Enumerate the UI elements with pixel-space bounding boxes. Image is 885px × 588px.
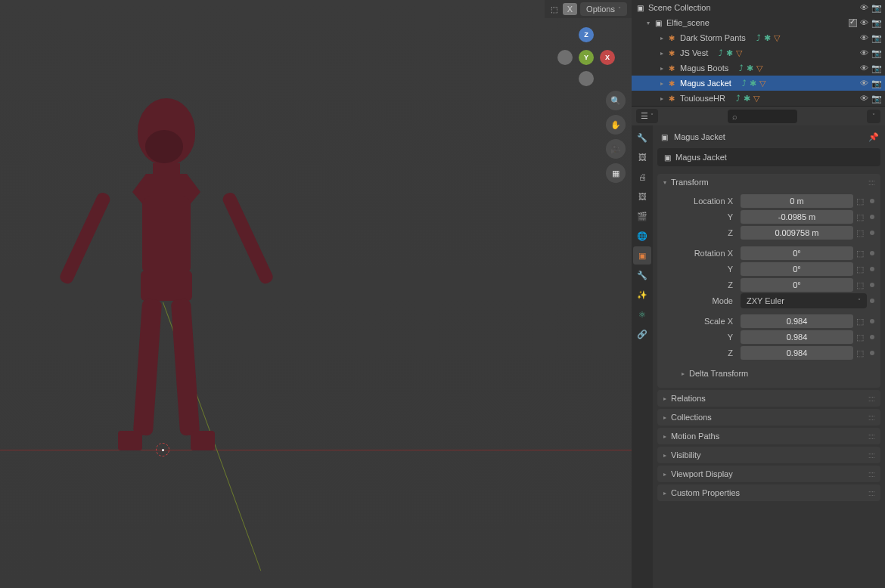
camera-button[interactable]: 🎥 <box>606 139 626 159</box>
viewport-3d[interactable]: ⬚ X Options ˅ Z Y X 🔍 ✋ 🎥 ▦ <box>0 0 632 588</box>
panel-header-custom-properties[interactable]: ▸ Custom Properties :::: <box>657 484 880 501</box>
disclosure-icon[interactable]: ▸ <box>660 95 663 102</box>
camera-icon[interactable]: 📷 <box>871 18 882 28</box>
disclosure-icon[interactable]: ▸ <box>660 50 663 57</box>
modifier-icon: ✱ <box>750 79 756 88</box>
camera-icon[interactable]: 📷 <box>871 33 882 43</box>
select-icon[interactable]: ⬚ <box>549 4 560 14</box>
options-dropdown[interactable]: Options ˅ <box>580 2 627 16</box>
character-mesh[interactable] <box>91 98 242 453</box>
lock-icon[interactable]: ⬚ <box>856 265 867 274</box>
keyframe-dot[interactable] <box>870 199 874 203</box>
lock-icon[interactable]: ⬚ <box>856 228 867 238</box>
keyframe-dot[interactable] <box>870 351 874 355</box>
rotation-z-field[interactable]: 0° <box>741 278 853 292</box>
navigation-gizmo[interactable]: Z Y X <box>556 27 616 88</box>
camera-icon[interactable]: 📷 <box>871 94 882 104</box>
panel-header-relations[interactable]: ▸ Relations :::: <box>657 390 880 407</box>
keyframe-dot[interactable] <box>870 283 874 287</box>
location-y-field[interactable]: -0.0985 m <box>741 210 853 224</box>
rotation-x-field[interactable]: 0° <box>741 246 853 260</box>
eye-icon[interactable]: 👁 <box>860 79 868 88</box>
editor-type-dropdown[interactable]: ☰ ˅ <box>636 109 658 123</box>
disclosure-icon[interactable]: ▸ <box>660 65 663 72</box>
disclosure-icon[interactable]: ▾ <box>647 20 650 26</box>
lock-icon[interactable]: ⬚ <box>856 212 867 222</box>
lock-icon[interactable]: ⬚ <box>856 249 867 258</box>
keyframe-dot[interactable] <box>870 267 874 271</box>
axis-x[interactable]: X <box>600 50 615 65</box>
lock-icon[interactable]: ⬚ <box>856 333 867 342</box>
scale-z-field[interactable]: 0.984 <box>741 346 853 360</box>
tab-view-layer[interactable]: 🖼 <box>633 187 651 206</box>
camera-icon[interactable]: 📷 <box>871 63 882 73</box>
outliner[interactable]: ▣ Scene Collection 👁 📷 ▾ ▣ Elfie_scene 👁… <box>632 0 885 106</box>
axis-z[interactable]: Z <box>579 27 594 42</box>
location-x-field[interactable]: 0 m <box>741 194 853 208</box>
rotation-y-field[interactable]: 0° <box>741 262 853 276</box>
pin-icon[interactable]: 📌 <box>868 132 879 142</box>
outliner-row-item-selected[interactable]: ▸ ✱ Magus Jacket ⤴ ✱ ▽ 👁 📷 <box>632 76 885 91</box>
panel-header-transform[interactable]: ▾ Transform :::: <box>657 174 880 190</box>
keyframe-dot[interactable] <box>870 215 874 219</box>
pan-button[interactable]: ✋ <box>606 115 626 135</box>
axis-neg-z[interactable] <box>579 71 594 86</box>
tab-tool[interactable]: 🔧 <box>633 128 651 147</box>
outliner-row-item[interactable]: ▸ ✱ ToulouseHR ⤴ ✱ ▽ 👁 📷 <box>632 91 885 106</box>
tab-particles[interactable]: ✨ <box>633 286 651 304</box>
panel-delta-transform[interactable]: ▸ Delta Transform <box>663 361 874 382</box>
tab-object[interactable]: ▣ <box>633 246 651 265</box>
scale-x-field[interactable]: 0.984 <box>741 314 853 328</box>
eye-icon[interactable]: 👁 <box>860 63 868 73</box>
camera-icon[interactable]: 📷 <box>871 48 882 58</box>
tab-world[interactable]: 🌐 <box>633 227 651 245</box>
lock-icon[interactable]: ⬚ <box>856 317 867 326</box>
exclude-checkbox[interactable] <box>849 19 857 27</box>
outliner-row-scene-collection[interactable]: ▣ Scene Collection 👁 📷 <box>632 0 885 15</box>
lock-icon[interactable]: ⬚ <box>856 280 867 290</box>
lock-icon[interactable]: ⬚ <box>856 197 867 206</box>
keyframe-dot[interactable] <box>870 231 874 235</box>
eye-icon[interactable]: 👁 <box>860 48 868 57</box>
eye-icon[interactable]: 👁 <box>860 94 868 103</box>
perspective-button[interactable]: ▦ <box>606 163 626 183</box>
camera-icon[interactable]: 📷 <box>871 3 882 13</box>
panel-header-visibility[interactable]: ▸ Visibility :::: <box>657 447 880 463</box>
keyframe-dot[interactable] <box>870 299 874 303</box>
filter-button[interactable]: ˅ <box>867 110 880 123</box>
zoom-button[interactable]: 🔍 <box>606 91 626 110</box>
panel-header-collections[interactable]: ▸ Collections :::: <box>657 409 880 426</box>
disclosure-icon[interactable]: ▸ <box>660 80 663 87</box>
eye-icon[interactable]: 👁 <box>860 18 868 27</box>
properties-search[interactable]: ⌕ <box>728 110 797 123</box>
gizmo-toggle-x[interactable]: X <box>563 3 577 15</box>
outliner-row-scene[interactable]: ▾ ▣ Elfie_scene 👁 📷 <box>632 15 885 30</box>
eye-icon[interactable]: 👁 <box>860 33 868 42</box>
panel-header-viewport-display[interactable]: ▸ Viewport Display :::: <box>657 466 880 482</box>
keyframe-dot[interactable] <box>870 319 874 323</box>
prop-row-scale-z: Z 0.984 ⬚ <box>663 345 874 361</box>
disclosure-icon[interactable]: ▸ <box>660 35 663 42</box>
outliner-row-item[interactable]: ▸ ✱ Dark Storm Pants ⤴ ✱ ▽ 👁 📷 <box>632 30 885 45</box>
rotation-mode-dropdown[interactable]: ZXY Euler ˅ <box>741 293 867 308</box>
tab-render[interactable]: 🖼 <box>633 148 651 166</box>
eye-icon[interactable]: 👁 <box>860 3 868 12</box>
panel-header-motion-paths[interactable]: ▸ Motion Paths :::: <box>657 428 880 444</box>
tab-scene[interactable]: 🎬 <box>633 207 651 225</box>
tab-modifiers[interactable]: 🔧 <box>633 266 651 284</box>
properties-content[interactable]: ▣ Magus Jacket 📌 ▣ Magus Jacket ▾ Transf… <box>653 125 885 588</box>
outliner-row-item[interactable]: ▸ ✱ JS Vest ⤴ ✱ ▽ 👁 📷 <box>632 45 885 60</box>
tab-constraints[interactable]: 🔗 <box>633 325 651 343</box>
tab-physics[interactable]: ⚛ <box>633 305 651 323</box>
location-z-field[interactable]: 0.009758 m <box>741 226 853 240</box>
axis-y[interactable]: Y <box>579 50 594 65</box>
keyframe-dot[interactable] <box>870 335 874 339</box>
lock-icon[interactable]: ⬚ <box>856 348 867 358</box>
outliner-row-item[interactable]: ▸ ✱ Magus Boots ⤴ ✱ ▽ 👁 📷 <box>632 60 885 76</box>
tab-output[interactable]: 🖨 <box>633 168 651 186</box>
object-name-field[interactable]: ▣ Magus Jacket <box>657 148 880 166</box>
camera-icon[interactable]: 📷 <box>871 79 882 88</box>
keyframe-dot[interactable] <box>870 251 874 255</box>
scale-y-field[interactable]: 0.984 <box>741 330 853 344</box>
axis-neg-x[interactable] <box>557 50 573 65</box>
